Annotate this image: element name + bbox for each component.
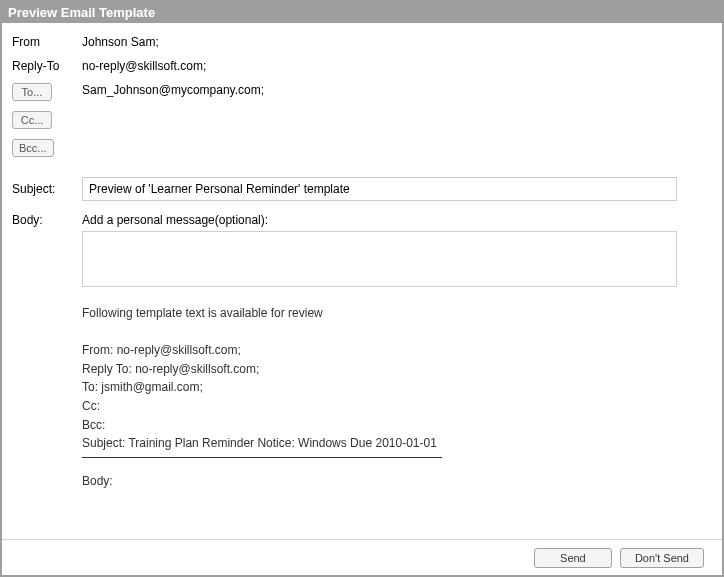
template-intro: Following template text is available for… bbox=[82, 304, 677, 323]
dont-send-button[interactable]: Don't Send bbox=[620, 548, 704, 568]
body-label: Body: bbox=[12, 211, 82, 227]
from-value: Johnson Sam; bbox=[82, 33, 712, 49]
personal-message-label: Add a personal message(optional): bbox=[82, 213, 712, 227]
dialog-footer: Send Don't Send bbox=[2, 539, 722, 575]
bcc-value bbox=[82, 137, 712, 139]
template-subject: Subject: Training Plan Reminder Notice: … bbox=[82, 434, 677, 453]
template-separator bbox=[82, 457, 442, 458]
send-button[interactable]: Send bbox=[534, 548, 612, 568]
template-to: To: jsmith@gmail.com; bbox=[82, 378, 677, 397]
preview-email-window: Preview Email Template From Johnson Sam;… bbox=[0, 0, 724, 577]
template-cc: Cc: bbox=[82, 397, 677, 416]
template-reply-to: Reply To: no-reply@skillsoft.com; bbox=[82, 360, 677, 379]
subject-input[interactable] bbox=[82, 177, 677, 201]
template-bcc: Bcc: bbox=[82, 416, 677, 435]
cc-button[interactable]: Cc... bbox=[12, 111, 52, 129]
window-title: Preview Email Template bbox=[2, 2, 722, 23]
template-body-label: Body: bbox=[82, 472, 677, 491]
to-button[interactable]: To... bbox=[12, 83, 52, 101]
body-textarea[interactable] bbox=[82, 231, 677, 287]
cc-value bbox=[82, 109, 712, 111]
content-scroll-area[interactable]: From Johnson Sam; Reply-To no-reply@skil… bbox=[2, 23, 722, 537]
subject-label: Subject: bbox=[12, 180, 82, 196]
reply-to-value: no-reply@skillsoft.com; bbox=[82, 57, 712, 73]
bcc-button[interactable]: Bcc... bbox=[12, 139, 54, 157]
template-preview-block: Following template text is available for… bbox=[82, 304, 677, 490]
reply-to-label: Reply-To bbox=[12, 57, 82, 73]
to-value: Sam_Johnson@mycompany.com; bbox=[82, 81, 712, 97]
from-label: From bbox=[12, 33, 82, 49]
template-from: From: no-reply@skillsoft.com; bbox=[82, 341, 677, 360]
